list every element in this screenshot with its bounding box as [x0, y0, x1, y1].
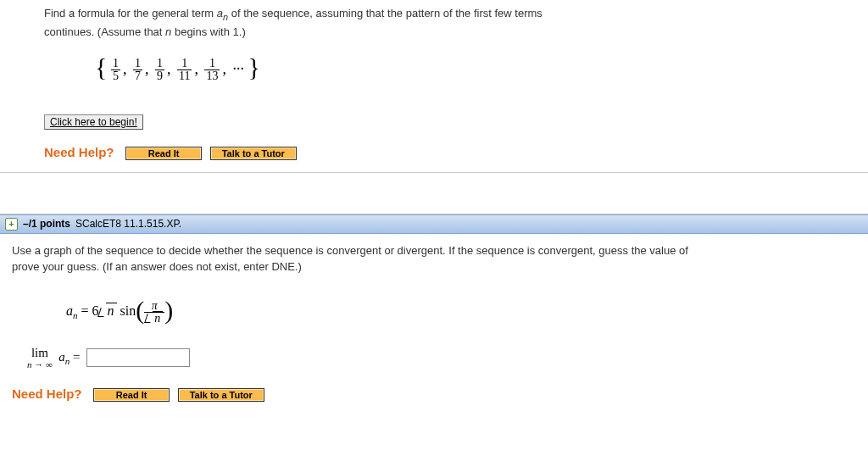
lim-eq: =: [70, 350, 83, 364]
q1-text-a: Find a formula for the general term: [44, 7, 217, 19]
answer-input[interactable]: [86, 348, 190, 367]
question-2: Use a graph of the sequence to decide wh…: [0, 234, 868, 414]
right-brace: }: [248, 53, 259, 81]
read-it-button[interactable]: Read It: [125, 147, 202, 160]
lim-a: a: [58, 350, 65, 364]
spacer: [0, 173, 868, 214]
numerator: 1: [155, 58, 164, 70]
fraction-5: 113: [204, 58, 220, 82]
equals: =: [78, 303, 92, 318]
read-it-button-2[interactable]: Read It: [93, 388, 170, 402]
limit-symbol: lim n → ∞: [27, 347, 53, 370]
left-paren: (: [136, 296, 144, 324]
denominator: 11: [177, 70, 192, 82]
comma: ,: [164, 60, 174, 77]
q1-text-b: of the sequence, assuming that the patte…: [228, 7, 542, 19]
radicand: n: [106, 303, 117, 318]
denominator: 7: [133, 70, 142, 82]
denominator: 13: [204, 70, 220, 82]
sin-label: sin: [117, 303, 136, 318]
numerator: 1: [177, 58, 192, 70]
sequence-display: { 15, 17, 19, 111, 113, ··· }: [44, 46, 856, 94]
comma: ,: [220, 60, 229, 77]
need-help-label: Need Help?: [44, 145, 123, 159]
comma: ,: [192, 60, 201, 77]
q2-text-a: Use a graph of the sequence to decide wh…: [12, 244, 688, 257]
lim-text: lim: [27, 347, 53, 360]
right-paren: ): [164, 296, 173, 324]
begin-button[interactable]: Click here to begin!: [44, 114, 143, 130]
q2-text-b: prove your guess. (If an answer does not…: [12, 260, 302, 273]
numerator: 1: [111, 58, 120, 70]
fraction-pi-sqrtn: πn: [144, 300, 164, 325]
comma: ,: [120, 60, 130, 77]
points-label: –/1 points: [23, 218, 70, 230]
radicand-denom: n: [153, 311, 163, 325]
talk-to-tutor-button-2[interactable]: Talk to a Tutor: [178, 388, 264, 402]
q1-text-c: continues. (Assume that: [44, 25, 165, 38]
question-1: Find a formula for the general term an o…: [0, 0, 868, 173]
formula-display: an = 6n sin(πn): [12, 281, 856, 331]
ellipsis: ···: [232, 60, 244, 77]
help-row-2: Need Help? Read It Talk to a Tutor: [12, 386, 856, 402]
need-help-label-2: Need Help?: [12, 386, 91, 401]
q1-prompt: Find a formula for the general term an o…: [44, 5, 856, 41]
numerator: 1: [133, 58, 142, 70]
lhs-a: a: [66, 303, 73, 318]
fraction-3: 19: [155, 58, 164, 82]
q2-prompt: Use a graph of the sequence to decide wh…: [12, 242, 856, 275]
limit-row: lim n → ∞ an =: [12, 331, 856, 375]
talk-to-tutor-button[interactable]: Talk to a Tutor: [210, 147, 297, 160]
comma: ,: [142, 60, 152, 77]
lim-sub: n → ∞: [27, 360, 53, 370]
source-label: SCalcET8 11.1.515.XP.: [75, 218, 181, 230]
sqrt-denom: n: [146, 313, 163, 325]
lim-arrow: → ∞: [32, 359, 53, 370]
sqrt-n: n: [99, 303, 117, 319]
term-a: a: [217, 7, 223, 19]
denom: n: [144, 313, 164, 325]
expand-icon[interactable]: +: [5, 218, 18, 231]
fraction-1: 15: [111, 58, 120, 82]
denominator: 5: [111, 70, 120, 82]
left-brace: {: [95, 53, 107, 81]
help-row: Need Help? Read It Talk to a Tutor: [44, 145, 856, 160]
question-header: + –/1 points SCalcET8 11.1.515.XP.: [0, 214, 868, 234]
numerator: 1: [204, 58, 220, 70]
q1-text-d: begins with 1.): [171, 25, 245, 38]
fraction-2: 17: [133, 58, 142, 82]
denominator: 9: [155, 70, 164, 82]
fraction-4: 111: [177, 58, 192, 82]
